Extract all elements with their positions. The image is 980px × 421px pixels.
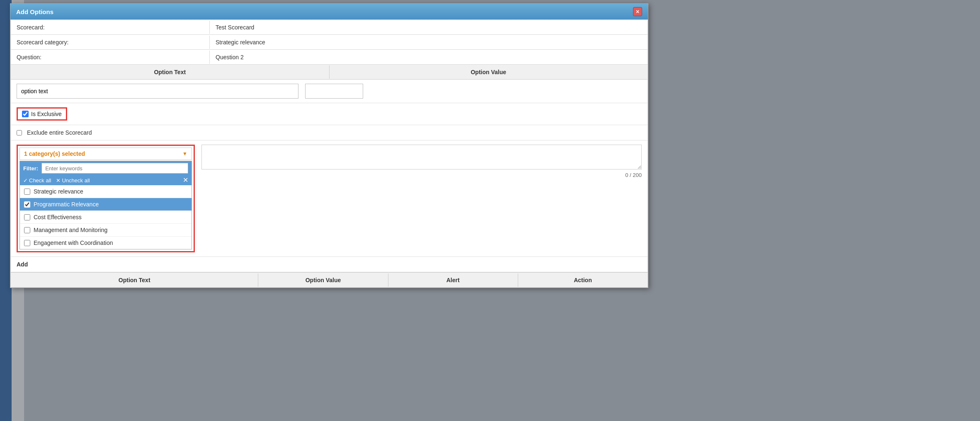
check-uncheck-bar: ✓ Check all ✕ Uncheck all ✕ <box>20 175 192 185</box>
bottom-action-header: Action <box>518 273 648 287</box>
uncheck-all-button[interactable]: ✕ Uncheck all <box>56 177 90 184</box>
checkmark-icon: ✓ <box>23 177 28 184</box>
add-options-modal: Add Options × Scorecard: Test Scorecard … <box>10 3 648 288</box>
category-checkbox-cost[interactable] <box>24 214 30 220</box>
modal-close-button[interactable]: × <box>633 7 642 16</box>
filter-bar: Filter: <box>20 161 192 175</box>
category-label-engagement: Engagement with Coordination <box>34 240 113 246</box>
is-exclusive-checkbox[interactable] <box>22 111 29 117</box>
option-text-header: Option Text <box>11 65 330 79</box>
category-section: 1 category(s) selected ▼ Filter: <box>11 140 648 257</box>
option-input-row <box>11 80 648 103</box>
category-dropdown-panel: Filter: ✓ Check all ✕ Uncheck all <box>19 161 192 249</box>
category-label-cost: Cost Effectiveness <box>34 214 82 220</box>
category-label-strategic: Strategic relevance <box>34 188 83 195</box>
char-count: 0 / 200 <box>201 172 642 178</box>
is-exclusive-label: Is Exclusive <box>31 111 62 117</box>
bottom-table-header: Option Text Option Value Alert Action <box>11 272 648 287</box>
category-label-management: Management and Monitoring <box>34 227 107 233</box>
question-label: Question: <box>11 51 210 64</box>
category-label-programmatic: Programmatic Relevance <box>34 201 99 208</box>
table-header-row: Option Text Option Value <box>11 65 648 80</box>
category-dropdown-container: 1 category(s) selected ▼ Filter: <box>17 145 195 252</box>
notes-textarea[interactable] <box>201 145 642 169</box>
category-checkbox-management[interactable] <box>24 227 30 233</box>
bottom-option-text-header: Option Text <box>11 273 258 287</box>
add-row: Add <box>11 257 648 272</box>
scorecard-row: Scorecard: Test Scorecard <box>11 20 648 35</box>
scorecard-value: Test Scorecard <box>210 21 648 34</box>
category-dropdown-trigger[interactable]: 1 category(s) selected ▼ <box>19 148 192 160</box>
scorecard-category-label: Scorecard category: <box>11 36 210 49</box>
option-value-input[interactable] <box>305 84 363 99</box>
modal-body: Scorecard: Test Scorecard Scorecard cate… <box>10 19 648 288</box>
category-item-strategic[interactable]: Strategic relevance <box>20 185 192 198</box>
bottom-alert-header: Alert <box>388 273 518 287</box>
close-filter-button[interactable]: ✕ <box>183 177 188 184</box>
exclude-scorecard-checkbox[interactable] <box>17 130 22 135</box>
filter-label: Filter: <box>23 165 38 172</box>
category-checkbox-programmatic[interactable] <box>24 201 30 208</box>
category-item-management[interactable]: Management and Monitoring <box>20 224 192 237</box>
category-item-engagement[interactable]: Engagement with Coordination <box>20 237 192 249</box>
category-checkbox-engagement[interactable] <box>24 240 30 246</box>
scorecard-category-value: Strategic relevance <box>210 36 648 49</box>
modal-title: Add Options <box>16 8 53 15</box>
question-value: Question 2 <box>210 51 648 64</box>
add-label: Add <box>17 261 28 268</box>
scorecard-category-row: Scorecard category: Strategic relevance <box>11 35 648 50</box>
check-all-label: Check all <box>29 177 51 184</box>
question-row: Question: Question 2 <box>11 50 648 65</box>
category-checkbox-strategic[interactable] <box>24 189 30 195</box>
category-item-cost[interactable]: Cost Effectiveness <box>20 211 192 224</box>
dropdown-arrow-icon: ▼ <box>182 151 187 157</box>
option-text-input[interactable] <box>17 84 298 99</box>
category-selected-label: 1 category(s) selected <box>24 150 85 157</box>
check-all-button[interactable]: ✓ Check all <box>23 177 51 184</box>
modal-header: Add Options × <box>10 4 648 19</box>
modal-overlay: Add Options × Scorecard: Test Scorecard … <box>0 0 980 421</box>
is-exclusive-highlighted: Is Exclusive <box>17 107 67 121</box>
bottom-option-value-header: Option Value <box>258 273 388 287</box>
exclude-scorecard-label: Exclude entire Scorecard <box>27 129 92 136</box>
uncheck-all-label: Uncheck all <box>62 177 90 184</box>
option-value-header: Option Value <box>330 65 648 79</box>
exclude-scorecard-row: Exclude entire Scorecard <box>11 125 648 140</box>
filter-input[interactable] <box>41 163 188 174</box>
category-right: 0 / 200 <box>201 145 642 178</box>
x-icon: ✕ <box>56 177 61 184</box>
is-exclusive-row: Is Exclusive <box>11 103 648 125</box>
category-item-programmatic[interactable]: Programmatic Relevance <box>20 198 192 211</box>
scorecard-label: Scorecard: <box>11 21 210 34</box>
